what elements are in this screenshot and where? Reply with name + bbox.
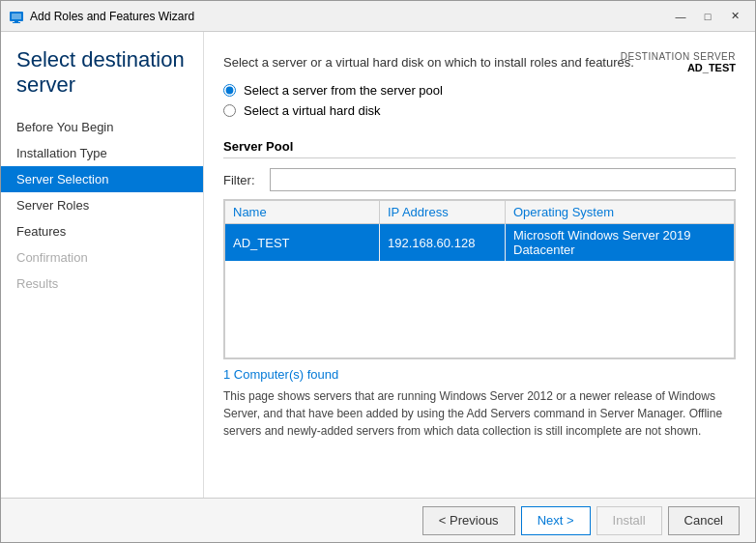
server-table: Name IP Address Operating System AD_TEST…: [224, 200, 735, 358]
cell-server-os: Microsoft Windows Server 2019 Datacenter: [506, 224, 735, 262]
window-title: Add Roles and Features Wizard: [30, 10, 194, 23]
destination-server-name: AD_TEST: [621, 62, 736, 73]
computers-found: 1 Computer(s) found: [223, 367, 736, 382]
server-table-body: AD_TEST 192.168.60.128 Microsoft Windows…: [225, 224, 735, 358]
sidebar-title: Select destination server: [16, 47, 188, 99]
sidebar-item-installation-type[interactable]: Installation Type: [1, 140, 203, 166]
cell-server-ip: 192.168.60.128: [380, 224, 506, 262]
radio-vhd[interactable]: Select a virtual hard disk: [223, 103, 736, 118]
col-header-name[interactable]: Name: [225, 201, 380, 224]
empty-row-4: [225, 319, 735, 338]
empty-row-3: [225, 300, 735, 319]
empty-row-1: [225, 261, 735, 280]
filter-label: Filter:: [223, 173, 262, 187]
destination-server-info: DESTINATION SERVER AD_TEST: [621, 51, 736, 73]
sidebar-item-server-roles[interactable]: Server Roles: [1, 192, 203, 218]
sidebar-item-results: Results: [1, 271, 203, 297]
minimize-button[interactable]: —: [668, 7, 693, 26]
title-bar: Add Roles and Features Wizard — □ ✕: [1, 1, 755, 32]
col-header-ip[interactable]: IP Address: [380, 201, 506, 224]
sidebar-item-features[interactable]: Features: [1, 218, 203, 244]
sidebar-header: Select destination server: [1, 32, 203, 106]
maximize-button[interactable]: □: [695, 7, 720, 26]
info-text: This page shows servers that are running…: [223, 387, 726, 440]
main-window: Add Roles and Features Wizard — □ ✕ Sele…: [0, 0, 756, 543]
sidebar-item-server-selection[interactable]: Server Selection: [1, 166, 203, 192]
cancel-button[interactable]: Cancel: [668, 506, 740, 535]
app-icon: [9, 9, 24, 24]
content-area: Select destination server Before You Beg…: [1, 32, 755, 498]
svg-rect-3: [13, 22, 20, 23]
cell-server-name: AD_TEST: [225, 224, 380, 262]
next-button[interactable]: Next >: [521, 506, 591, 535]
sidebar: Select destination server Before You Beg…: [1, 32, 204, 498]
radio-vhd-input[interactable]: [223, 104, 236, 117]
sidebar-item-confirmation: Confirmation: [1, 244, 203, 271]
main-panel: DESTINATION SERVER AD_TEST Select a serv…: [204, 32, 755, 498]
radio-vhd-label: Select a virtual hard disk: [244, 103, 381, 118]
close-button[interactable]: ✕: [722, 7, 747, 26]
server-table-container: Name IP Address Operating System AD_TEST…: [223, 199, 736, 359]
destination-server-label: DESTINATION SERVER: [621, 51, 736, 62]
footer: < Previous Next > Install Cancel: [1, 498, 755, 542]
sidebar-nav: Before You Begin Installation Type Serve…: [1, 114, 203, 498]
empty-row-2: [225, 280, 735, 300]
col-header-os[interactable]: Operating System: [506, 201, 735, 224]
filter-row: Filter:: [223, 168, 736, 191]
svg-rect-2: [15, 20, 18, 22]
radio-server-pool[interactable]: Select a server from the server pool: [223, 83, 736, 98]
filter-input[interactable]: [270, 168, 736, 191]
title-bar-controls: — □ ✕: [668, 7, 747, 26]
radio-server-pool-input[interactable]: [223, 84, 236, 97]
title-bar-left: Add Roles and Features Wizard: [9, 9, 194, 24]
previous-button[interactable]: < Previous: [422, 506, 515, 535]
empty-row-5: [225, 338, 735, 357]
install-button: Install: [596, 506, 662, 535]
table-row[interactable]: AD_TEST 192.168.60.128 Microsoft Windows…: [225, 224, 735, 262]
server-pool-section-title: Server Pool: [223, 139, 736, 158]
sidebar-item-before-you-begin[interactable]: Before You Begin: [1, 114, 203, 140]
radio-group: Select a server from the server pool Sel…: [223, 83, 736, 124]
radio-server-pool-label: Select a server from the server pool: [244, 83, 443, 98]
svg-rect-1: [12, 14, 21, 19]
